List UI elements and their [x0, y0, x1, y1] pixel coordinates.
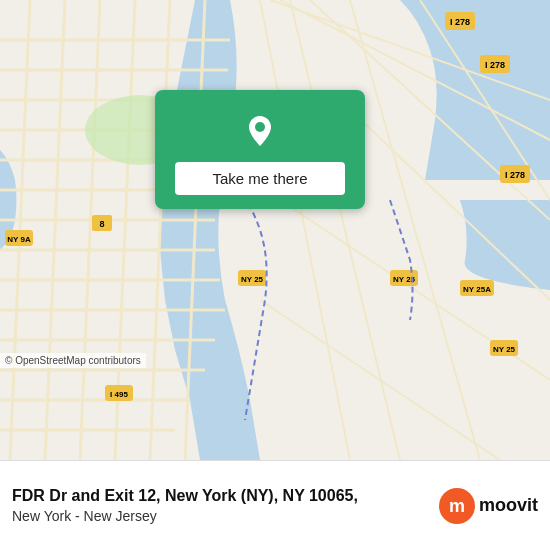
svg-text:NY 25: NY 25: [241, 275, 264, 284]
svg-text:I 495: I 495: [110, 390, 128, 399]
location-subtitle: New York - New Jersey: [12, 507, 358, 525]
svg-text:NY 9A: NY 9A: [7, 235, 31, 244]
take-me-there-button[interactable]: Take me there: [175, 162, 345, 195]
svg-text:m: m: [449, 496, 465, 516]
location-title: FDR Dr and Exit 12, New York (NY), NY 10…: [12, 486, 358, 507]
moovit-logo[interactable]: m moovit: [439, 488, 538, 524]
svg-point-53: [255, 122, 265, 132]
bottom-bar: FDR Dr and Exit 12, New York (NY), NY 10…: [0, 460, 550, 550]
svg-text:I 278: I 278: [505, 170, 525, 180]
map-container: I 278 I 278 I 278 NY 9A NY 25 NY 25 NY 2…: [0, 0, 550, 460]
svg-text:NY 25A: NY 25A: [463, 285, 491, 294]
osm-credit: © OpenStreetMap contributors: [0, 353, 146, 368]
moovit-brand-icon: m: [439, 488, 475, 524]
svg-text:8: 8: [99, 219, 104, 229]
moovit-brand-text: moovit: [479, 495, 538, 516]
svg-text:I 278: I 278: [485, 60, 505, 70]
location-card: Take me there: [155, 90, 365, 209]
map-background: I 278 I 278 I 278 NY 9A NY 25 NY 25 NY 2…: [0, 0, 550, 460]
svg-text:NY 25: NY 25: [493, 345, 516, 354]
location-info: FDR Dr and Exit 12, New York (NY), NY 10…: [12, 486, 358, 525]
pin-icon: [238, 108, 282, 152]
svg-text:I 278: I 278: [450, 17, 470, 27]
